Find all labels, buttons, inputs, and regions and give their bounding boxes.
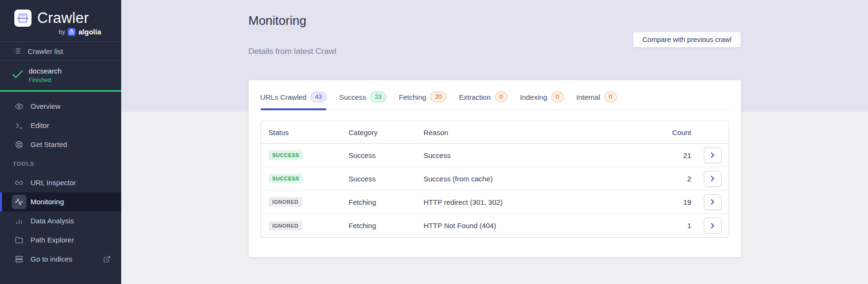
link-icon xyxy=(12,176,26,190)
nav-label: Path Explorer xyxy=(31,236,74,244)
content-column: Monitoring Compare with previous crawl D… xyxy=(249,13,741,257)
crawl-info: docsearch Finished xyxy=(29,67,62,84)
nav-label: Overview xyxy=(31,102,61,110)
count-cell: 21 xyxy=(639,151,691,159)
tools-section-header: TOOLS xyxy=(0,154,121,173)
app-window: Crawler by algolia Crawler list docsearc… xyxy=(0,0,868,284)
status-badge: IGNORED xyxy=(269,221,303,231)
sidebar: Crawler by algolia Crawler list docsearc… xyxy=(0,0,121,284)
chevron-right-icon xyxy=(710,199,715,205)
tab-indexing[interactable]: Indexing 0 xyxy=(520,92,564,109)
count-cell: 2 xyxy=(639,175,691,183)
crawl-name: docsearch xyxy=(29,67,62,76)
column-header-count: Count xyxy=(639,128,691,137)
expand-row-button[interactable] xyxy=(704,194,722,210)
app-logo: Crawler by algolia xyxy=(0,0,121,42)
reason-cell: HTTP redirect (301, 302) xyxy=(424,198,639,206)
expand-row-button[interactable] xyxy=(704,171,722,187)
table-row: SUCCESS Success Success 21 xyxy=(261,144,729,167)
tab-label: Indexing xyxy=(520,93,547,101)
reason-cell: Success (from cache) xyxy=(424,175,639,183)
eye-icon xyxy=(12,99,26,114)
main-area: Monitoring Compare with previous crawl D… xyxy=(121,0,868,284)
tab-label: URLs Crawled xyxy=(261,93,307,101)
nav-label: Data Analysis xyxy=(31,217,74,225)
sidebar-item-get-started[interactable]: Get Started xyxy=(0,135,121,154)
expand-row-button[interactable] xyxy=(704,218,722,233)
chevron-right-icon xyxy=(710,152,715,158)
tab-count-badge: 0 xyxy=(495,92,507,102)
tab-success[interactable]: Success 23 xyxy=(339,92,386,109)
nav-label: Monitoring xyxy=(31,198,64,206)
table-row: IGNORED Fetching HTTP redirect (301, 302… xyxy=(261,190,729,214)
sidebar-item-overview[interactable]: Overview xyxy=(0,97,121,116)
category-cell: Success xyxy=(349,175,424,183)
compare-previous-crawl-button[interactable]: Compare with previous crawl xyxy=(633,32,741,48)
table-row: SUCCESS Success Success (from cache) 2 xyxy=(261,167,729,190)
external-link-icon xyxy=(103,255,111,263)
list-icon xyxy=(13,47,21,55)
folder-icon xyxy=(12,233,26,247)
by-label: by xyxy=(59,28,65,35)
status-badge: SUCCESS xyxy=(269,150,303,160)
current-crawl[interactable]: docsearch Finished xyxy=(0,61,121,90)
reason-cell: HTTP Not Found (404) xyxy=(424,221,639,230)
page-subtitle: Details from latest Crawl xyxy=(249,47,741,56)
status-badge: IGNORED xyxy=(269,197,303,207)
status-tabs: URLs Crawled 43 Success 23 Fetching 20 E… xyxy=(261,92,729,110)
sidebar-item-url-inspector[interactable]: URL Inspector xyxy=(0,173,121,192)
server-icon xyxy=(12,252,26,266)
page-title: Monitoring xyxy=(249,13,741,28)
brand-name: algolia xyxy=(78,28,101,36)
app-title: Crawler xyxy=(37,10,89,27)
count-cell: 19 xyxy=(639,198,691,206)
algolia-logo-icon xyxy=(68,28,75,36)
nav-label: Editor xyxy=(31,121,49,129)
activity-icon xyxy=(12,195,26,209)
bar-chart-icon xyxy=(12,214,26,228)
status-badge: SUCCESS xyxy=(269,174,303,183)
monitoring-card: URLs Crawled 43 Success 23 Fetching 20 E… xyxy=(249,80,741,257)
tab-label: Success xyxy=(339,93,366,101)
sidebar-item-go-to-indices[interactable]: Go to indices xyxy=(0,250,121,269)
tab-fetching[interactable]: Fetching 20 xyxy=(399,92,446,109)
sidebar-nav: Overview Editor Get Started TOOLS URL xyxy=(0,92,121,269)
crawler-list-label: Crawler list xyxy=(28,47,63,55)
column-header-status: Status xyxy=(261,128,349,137)
crawl-results-table: Status Category Reason Count SUCCESS Suc… xyxy=(261,121,729,238)
chevron-right-icon xyxy=(710,223,715,229)
terminal-icon xyxy=(12,118,26,133)
tab-count-badge: 23 xyxy=(370,92,386,102)
sidebar-item-data-analysis[interactable]: Data Analysis xyxy=(0,211,121,231)
sidebar-item-path-explorer[interactable]: Path Explorer xyxy=(0,231,121,250)
tab-count-badge: 0 xyxy=(552,92,564,102)
tab-count-badge: 43 xyxy=(311,92,326,102)
sidebar-item-monitoring[interactable]: Monitoring xyxy=(0,192,121,211)
tab-internal[interactable]: Internal 0 xyxy=(576,92,617,109)
category-cell: Fetching xyxy=(349,198,424,206)
tab-label: Extraction xyxy=(459,93,491,101)
tab-count-badge: 20 xyxy=(430,92,446,102)
logo-row: Crawler xyxy=(14,10,121,27)
expand-row-button[interactable] xyxy=(704,147,722,163)
chevron-right-icon xyxy=(710,176,715,181)
reason-cell: Success xyxy=(424,151,639,159)
category-cell: Fetching xyxy=(349,221,424,230)
tab-label: Fetching xyxy=(399,93,427,101)
lifebuoy-icon xyxy=(12,137,26,152)
sidebar-item-crawler-list[interactable]: Crawler list xyxy=(0,42,121,61)
column-header-reason: Reason xyxy=(424,128,639,137)
tab-urls-crawled[interactable]: URLs Crawled 43 xyxy=(261,92,326,109)
category-cell: Success xyxy=(349,151,424,159)
nav-label: URL Inspector xyxy=(31,179,76,187)
tab-count-badge: 0 xyxy=(605,92,617,102)
brand-row: by algolia xyxy=(30,28,101,36)
count-cell: 1 xyxy=(639,221,691,230)
crawl-status: Finished xyxy=(29,77,62,84)
table-row: IGNORED Fetching HTTP Not Found (404) 1 xyxy=(261,214,729,237)
tab-extraction[interactable]: Extraction 0 xyxy=(459,92,507,109)
table-header-row: Status Category Reason Count xyxy=(261,121,729,144)
sidebar-item-editor[interactable]: Editor xyxy=(0,116,121,135)
nav-label: Get Started xyxy=(31,140,67,148)
column-header-category: Category xyxy=(349,128,424,137)
